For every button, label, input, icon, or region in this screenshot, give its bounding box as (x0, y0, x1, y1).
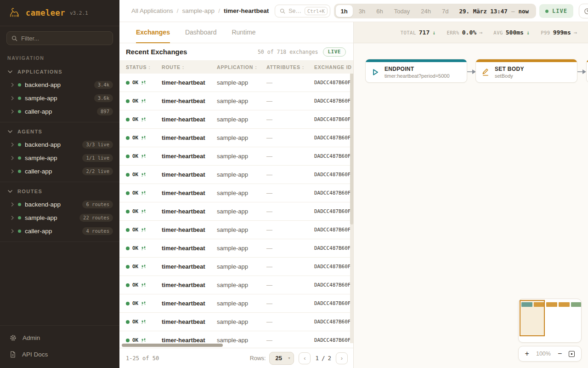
zoom-in-button[interactable]: + (525, 350, 529, 357)
trace-footprints-icon (141, 227, 146, 233)
status-cell: OK (126, 300, 162, 306)
flow-node-partial[interactable] (586, 59, 588, 83)
trace-footprints-icon (141, 190, 146, 196)
tab[interactable]: Runtime (232, 22, 255, 43)
route-flow-panel: TOTAL 717 ↓ ERR% 0.0% → AVG 500ms ↓ (354, 22, 588, 368)
time-range-button[interactable]: 3h (354, 5, 370, 17)
table-row[interactable]: OK timer-heartb (119, 276, 353, 294)
table-row[interactable]: OK timer-heartb (119, 239, 353, 258)
flow-node-set-body[interactable]: SET BODY setBody (475, 59, 577, 83)
scrollbar-thumb[interactable] (350, 74, 353, 224)
table-row[interactable]: OK timer-heartb (119, 221, 353, 239)
time-range-display[interactable]: 29. März 13:47 — now (454, 8, 534, 15)
rows-per-page-select[interactable]: 25 ▾ (269, 352, 294, 365)
ok-status-dot (126, 136, 130, 140)
next-page-button[interactable]: › (336, 352, 348, 364)
exchange-count: 50 of 718 exchanges (258, 49, 318, 55)
column-header-attributes[interactable]: ATTRIBUTES: (266, 64, 314, 70)
vertical-scrollbar[interactable] (350, 74, 353, 343)
table-row[interactable]: OK timer-heartb (119, 129, 353, 147)
sidebar-item[interactable]: caller-app 2/2 live (0, 165, 119, 178)
column-header-status[interactable]: STATUS: (126, 64, 162, 70)
route-cell: timer-heartbeat (162, 153, 217, 160)
sidebar-filter[interactable] (6, 31, 113, 45)
refresh-interval-button[interactable] (579, 4, 588, 18)
table-row[interactable]: OK timer-heartb (119, 74, 353, 92)
column-header-application[interactable]: APPLICATION: (217, 64, 266, 70)
flow-node-endpoint[interactable]: ENDPOINT timer:heartbeat?period=5000 (365, 59, 467, 83)
column-header-exchange-id[interactable]: EXCHANGE ID (314, 64, 353, 70)
ok-status-dot (126, 247, 130, 250)
sidebar-item[interactable]: backend-app 3/3 live (0, 138, 119, 151)
tab[interactable]: Dashboard (185, 22, 217, 43)
section-header-agents[interactable]: AGENTS (0, 125, 119, 138)
sidebar-item[interactable]: sample-app 1/1 live (0, 151, 119, 165)
previous-page-button[interactable]: ‹ (299, 352, 311, 364)
table-row[interactable]: OK timer-heartb (119, 92, 353, 110)
time-range-button[interactable]: 1h (336, 5, 353, 17)
table-row[interactable]: OK timer-heartb (119, 184, 353, 202)
sidebar-item[interactable]: sample-app 3.6k (0, 92, 119, 105)
time-range-buttons: 1h 3h 6h Today 24h 7d (336, 5, 454, 17)
status-label: OK (132, 245, 138, 251)
status-label: OK (132, 80, 138, 86)
trend-arrow-icon: ↓ (526, 29, 530, 36)
time-range-button[interactable]: Today (389, 5, 415, 17)
live-toggle[interactable]: LIVE (539, 4, 573, 18)
table-row[interactable]: OK timer-heartb (119, 110, 353, 129)
sidebar-footer: Admin API Docs (0, 325, 119, 368)
stat-metric: ERR% 0.0% → (447, 29, 482, 36)
breadcrumb-sample-app[interactable]: sample-app (182, 7, 215, 14)
table-row[interactable]: OK timer-heartb (119, 258, 353, 276)
trace-footprints-icon (141, 338, 146, 343)
content: Exchanges Dashboard Runtime Recent Excha… (119, 22, 588, 368)
section-header-routes[interactable]: ROUTES (0, 185, 119, 198)
sidebar-item[interactable]: caller-app 897 (0, 105, 119, 118)
search-placeholder: Se… (288, 8, 301, 14)
horizontal-scrollbar[interactable] (119, 343, 353, 348)
table-body: OK timer-heartb (119, 74, 353, 343)
minimap-viewport[interactable] (520, 300, 545, 336)
table-row[interactable]: OK timer-heartb (119, 147, 353, 166)
column-header-route[interactable]: ROUTE: (162, 64, 217, 70)
pagination-range: 1-25 of 50 (126, 355, 159, 362)
application-cell: sample-app (217, 245, 266, 252)
exchange-id-cell: DADCC487B60F8 (314, 300, 353, 306)
section-header-applications[interactable]: APPLICATIONS (0, 65, 119, 78)
table-row[interactable]: OK timer-heartb (119, 202, 353, 221)
time-range-button[interactable]: 7d (437, 5, 453, 17)
item-badge: 4 routes (82, 227, 113, 235)
status-cell: OK (126, 319, 162, 325)
sidebar-item-admin[interactable]: Admin (0, 329, 119, 346)
global-search-button[interactable]: Se… Ctrl+K (275, 5, 330, 17)
attributes-cell: — (266, 318, 314, 325)
table-row[interactable]: OK timer-heartb (119, 294, 353, 313)
scrollbar-thumb[interactable] (122, 344, 223, 347)
stat-label: ERR% (447, 30, 459, 35)
sidebar-item[interactable]: sample-app 22 routes (0, 211, 119, 224)
breadcrumb-all-applications[interactable]: All Applications (131, 7, 173, 14)
sidebar-item-api-docs[interactable]: API Docs (0, 346, 119, 362)
table-row[interactable]: OK timer-heartb (119, 166, 353, 184)
fit-view-button[interactable] (569, 351, 575, 357)
status-label: OK (132, 98, 138, 104)
zoom-out-button[interactable]: − (558, 350, 562, 357)
node-title: SET BODY (495, 66, 524, 72)
time-range-button[interactable]: 6h (371, 5, 388, 17)
item-badge: 1/1 live (82, 154, 113, 162)
flow-minimap[interactable] (518, 299, 582, 343)
stat-metric: TOTAL 717 ↓ (401, 29, 436, 36)
status-label: OK (132, 282, 138, 288)
sidebar-item[interactable]: backend-app 3.4k (0, 78, 119, 92)
flow-canvas[interactable]: ENDPOINT timer:heartbeat?period=5000 (354, 43, 588, 368)
sidebar-item[interactable]: backend-app 6 routes (0, 198, 119, 211)
time-range-button[interactable]: 24h (416, 5, 436, 17)
stat-value: 0.0% (462, 29, 476, 36)
tab[interactable]: Exchanges (136, 22, 170, 43)
exchange-id-cell: DADCC487B60F8 (314, 208, 353, 214)
table-row[interactable]: OK timer-heartb (119, 313, 353, 331)
sidebar-item[interactable]: caller-app 4 routes (0, 224, 119, 238)
item-label: backend-app (25, 141, 61, 148)
filter-input[interactable] (21, 35, 108, 42)
table-row[interactable]: OK timer-heartb (119, 331, 353, 343)
